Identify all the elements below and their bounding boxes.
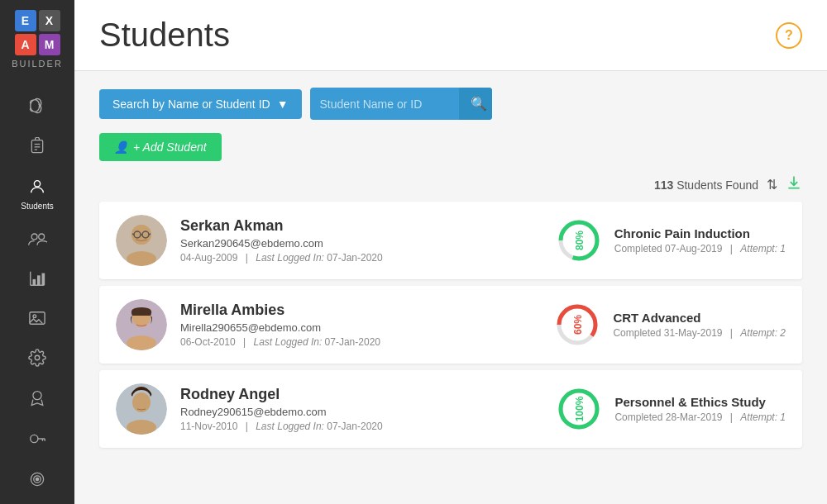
- brain-icon: [28, 97, 46, 117]
- sidebar-item-group[interactable]: [0, 221, 74, 259]
- sidebar-item-key[interactable]: [0, 420, 74, 460]
- svg-line-32: [149, 234, 151, 235]
- svg-rect-38: [127, 335, 156, 350]
- avatar: [116, 299, 167, 350]
- svg-point-23: [36, 478, 38, 480]
- clipboard-icon: [29, 137, 45, 158]
- attempt-label: Attempt: 2: [740, 327, 786, 339]
- logo-m: M: [39, 34, 60, 55]
- score-circle: 80%: [557, 218, 601, 263]
- sidebar-item-shield[interactable]: [0, 460, 74, 501]
- student-info: Rodney Angel Rodney290615@ebdemo.com 11-…: [180, 386, 543, 432]
- results-bar: 113 Students Found ⇅: [99, 174, 802, 195]
- sidebar-item-students[interactable]: Students: [0, 168, 74, 221]
- student-card[interactable]: Mirella Ambies Mirella290655@ebdemo.com …: [99, 286, 802, 364]
- logo-x: X: [39, 10, 60, 31]
- student-date: 11-Nov-2010: [180, 421, 237, 432]
- svg-rect-44: [127, 420, 156, 435]
- logo-grid: E X A M: [15, 10, 60, 55]
- student-card[interactable]: Serkan Akman Serkan290645@ebdemo.com 04-…: [99, 202, 802, 279]
- completed-label: Completed 31-May-2019: [613, 327, 722, 339]
- student-meta: 04-Aug-2009 | Last Logged In: 07-Jan-202…: [180, 252, 543, 264]
- image-icon: [28, 310, 46, 329]
- gear-icon: [28, 349, 46, 369]
- search-bar: Search by Name or Student ID ▼ 🔍: [99, 88, 802, 120]
- student-card[interactable]: Rodney Angel Rodney290615@ebdemo.com 11-…: [99, 370, 802, 448]
- avatar: [116, 215, 167, 266]
- student-last-login: 07-Jan-2020: [325, 336, 380, 348]
- svg-point-5: [34, 181, 40, 187]
- search-type-label: Search by Name or Student ID: [112, 97, 270, 111]
- student-email: Serkan290645@ebdemo.com: [180, 237, 543, 250]
- logo-builder-label: BUILDER: [12, 59, 63, 69]
- course-name: CRT Advanced: [613, 311, 786, 325]
- nav-items: Students: [0, 78, 74, 504]
- page-header: Students ?: [74, 0, 827, 71]
- score-section: 60% CRT Advanced Completed 31-May-2019 |…: [555, 302, 786, 347]
- key-icon: [28, 430, 46, 450]
- search-input-wrap: 🔍: [310, 88, 492, 120]
- svg-rect-10: [33, 279, 36, 285]
- students-icon: [28, 178, 46, 198]
- group-icon: [27, 231, 47, 250]
- score-section: 100% Personnel & Ethics Study Completed …: [557, 387, 786, 431]
- results-count: 113 Students Found: [654, 178, 758, 192]
- sidebar-item-students-label: Students: [21, 202, 53, 211]
- download-icon[interactable]: [786, 174, 802, 195]
- sort-icon[interactable]: ⇅: [767, 177, 777, 193]
- sidebar-item-settings[interactable]: [0, 339, 74, 379]
- student-info: Mirella Ambies Mirella290655@ebdemo.com …: [180, 302, 542, 348]
- score-section: 80% Chronic Pain Induction Completed 07-…: [557, 218, 786, 263]
- add-student-icon: 👤: [114, 140, 128, 154]
- add-student-label: + Add Student: [133, 140, 207, 154]
- sidebar-item-badge[interactable]: [0, 379, 74, 420]
- svg-text:100%: 100%: [574, 396, 586, 421]
- student-name: Serkan Akman: [180, 217, 543, 235]
- svg-point-7: [39, 234, 45, 240]
- svg-text:60%: 60%: [572, 315, 584, 335]
- student-meta: 06-Oct-2010 | Last Logged In: 07-Jan-202…: [180, 336, 542, 348]
- svg-rect-11: [37, 275, 41, 285]
- student-email: Rodney290615@ebdemo.com: [180, 406, 543, 418]
- attempt-label: Attempt: 1: [740, 243, 786, 254]
- content-area: Search by Name or Student ID ▼ 🔍 👤 + Add…: [74, 71, 827, 504]
- sidebar-item-chart[interactable]: [0, 259, 74, 300]
- help-button[interactable]: ?: [776, 22, 802, 49]
- student-list: Serkan Akman Serkan290645@ebdemo.com 04-…: [99, 202, 802, 448]
- student-date: 06-Oct-2010: [180, 336, 236, 348]
- svg-point-43: [132, 392, 151, 412]
- sidebar-item-brain[interactable]: [0, 87, 74, 127]
- svg-line-31: [132, 234, 134, 235]
- sidebar-item-clipboard[interactable]: [0, 127, 74, 168]
- course-meta: Completed 31-May-2019 | Attempt: 2: [613, 327, 786, 339]
- page-title: Students: [99, 17, 230, 54]
- search-icon: 🔍: [471, 97, 487, 111]
- badge-icon: [29, 389, 45, 410]
- course-info: Chronic Pain Induction Completed 07-Aug-…: [614, 226, 786, 254]
- svg-point-6: [31, 234, 37, 240]
- search-submit-button[interactable]: 🔍: [459, 88, 492, 120]
- student-name: Rodney Angel: [180, 386, 543, 403]
- student-info: Serkan Akman Serkan290645@ebdemo.com 04-…: [180, 217, 543, 264]
- attempt-label: Attempt: 1: [740, 411, 786, 423]
- chart-icon: [28, 269, 46, 290]
- dropdown-arrow-icon: ▼: [277, 97, 289, 111]
- sidebar: E X A M BUILDER: [0, 0, 74, 504]
- svg-text:80%: 80%: [574, 231, 586, 250]
- course-meta: Completed 28-Mar-2019 | Attempt: 1: [614, 411, 786, 423]
- course-info: CRT Advanced Completed 31-May-2019 | Att…: [613, 311, 786, 339]
- course-name: Personnel & Ethics Study: [614, 395, 786, 409]
- main-content: Students ? Search by Name or Student ID …: [74, 0, 827, 504]
- student-meta: 11-Nov-2010 | Last Logged In: 07-Jan-202…: [180, 421, 543, 432]
- search-type-button[interactable]: Search by Name or Student ID ▼: [99, 89, 302, 119]
- avatar: [116, 383, 167, 435]
- add-student-button[interactable]: 👤 + Add Student: [99, 133, 222, 161]
- shield-icon: [29, 470, 45, 491]
- student-email: Mirella290655@ebdemo.com: [180, 321, 542, 334]
- logo-e: E: [15, 10, 36, 31]
- search-input[interactable]: [310, 89, 459, 119]
- student-last-login: 07-Jan-2020: [327, 421, 382, 432]
- score-circle: 100%: [557, 387, 601, 431]
- svg-point-14: [33, 315, 36, 318]
- sidebar-item-image[interactable]: [0, 300, 74, 339]
